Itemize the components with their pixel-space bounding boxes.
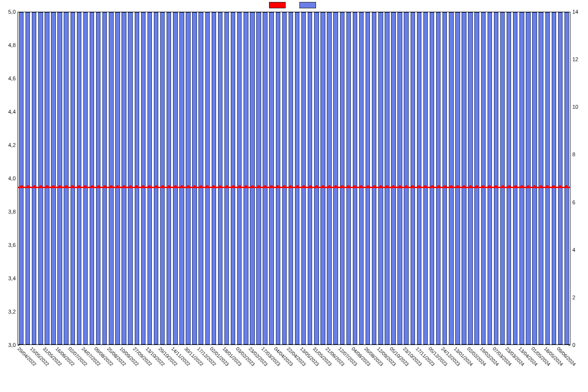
bar-slot [211,12,217,344]
legend-item-series1 [269,2,289,8]
bar [237,12,242,344]
line-marker [514,185,517,188]
bar-slot [532,12,538,344]
bar [462,12,466,344]
line-marker [334,185,337,188]
line-marker [276,185,279,188]
bar [160,12,165,344]
bar-slot [243,12,249,344]
line-marker [232,185,235,188]
line-marker [91,185,94,188]
line-marker [443,185,446,188]
bar [353,12,357,344]
line-marker [353,185,356,188]
line-marker [463,185,466,188]
line-marker [84,185,87,188]
bar [77,12,81,344]
y-tick-left: 3,4 [8,275,16,281]
bar [532,12,537,344]
line-marker [559,185,562,188]
bar [25,12,30,344]
line-marker [187,185,190,188]
bar-slot [551,12,557,344]
line-series [18,187,570,188]
line-marker [533,185,536,188]
line-marker [450,185,453,188]
line-marker [103,185,106,188]
bar [423,12,428,344]
bar [507,12,511,344]
line-marker [116,185,119,188]
bar-slot [217,12,223,344]
bar [109,12,113,344]
bar [122,12,126,344]
bar [96,12,100,344]
bar [346,12,351,344]
bar-slot [89,12,95,344]
bar [417,12,421,344]
line-marker [110,185,113,188]
y-tick-left: 4,2 [8,142,16,148]
y-tick-left: 4,0 [8,175,16,181]
bar-slot [326,12,333,344]
bar [167,12,171,344]
bar-slot [198,12,204,344]
bar-slot [538,12,544,344]
line-marker [360,185,363,188]
bar-slot [95,12,101,344]
line-marker [398,185,401,188]
bar-slot [557,12,564,344]
bar-slot [70,12,76,344]
bar-slot [57,12,63,344]
bar-slot [288,12,294,344]
bar-slot [18,12,24,344]
bar-slot [223,12,230,344]
line-marker [122,185,125,188]
bar [19,12,24,344]
bar [147,12,152,344]
bar [539,12,543,344]
bar [468,12,472,344]
bar [430,12,434,344]
bar-slot [294,12,300,344]
line-marker [129,185,132,188]
bar-slot [493,12,499,344]
line-marker [270,185,273,188]
bar-slot [474,12,480,344]
bar-slot [153,12,159,344]
bar [449,12,453,344]
bar-slot [544,12,551,344]
line-marker [264,185,267,188]
line-marker [193,185,196,188]
bar [83,12,88,344]
bar-slot [31,12,37,344]
bar-slot [429,12,435,344]
bar [282,12,287,344]
line-marker [546,185,549,188]
bar-slot [192,12,198,344]
bar-slot [63,12,70,344]
bar-slot [204,12,211,344]
bar [205,12,210,344]
bar-slot [448,12,454,344]
line-marker [289,185,292,188]
line-marker [482,185,485,188]
bar [455,12,460,344]
y-tick-left: 3,0 [8,342,16,348]
bar-slot [37,12,44,344]
bar-slot [230,12,236,344]
bar [526,12,530,344]
x-axis: 29/04/202215/05/202231/05/202216/06/2022… [18,345,570,392]
bar [308,12,312,344]
y-tick-left: 4,4 [8,109,16,115]
y-tick-left: 4,8 [8,42,16,48]
bar [198,12,203,344]
bar [224,12,229,344]
bar-slot [134,12,140,344]
bar-slot [525,12,531,344]
bar-slot [416,12,422,344]
line-marker [225,185,228,188]
line-marker [437,185,440,188]
y-tick-right: 6 [572,199,575,205]
line-marker [302,185,305,188]
